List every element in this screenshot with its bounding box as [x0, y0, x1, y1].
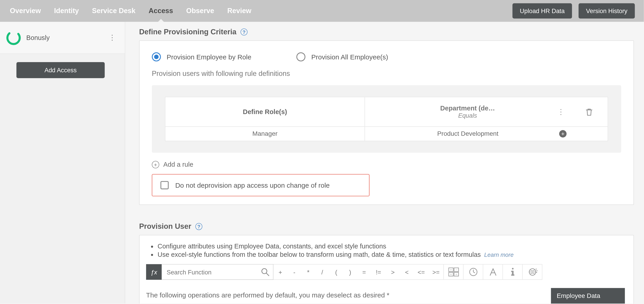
svg-point-18	[536, 270, 537, 271]
deprovision-option-box: Do not deprovision app access upon chang…	[152, 174, 370, 196]
time-category-icon[interactable]	[464, 264, 483, 280]
rule-intro-text: Provision users with following rule defi…	[152, 70, 621, 78]
rule-role-cell[interactable]: Manager	[166, 127, 365, 141]
col-header-roles: Define Role(s)	[166, 97, 365, 126]
op-gte[interactable]: >=	[429, 264, 444, 279]
svg-text:×: ×	[450, 272, 452, 276]
tab-overview[interactable]: Overview	[9, 0, 42, 22]
op-plus[interactable]: +	[274, 264, 288, 279]
deprovision-checkbox[interactable]	[160, 181, 169, 189]
tab-service-desk[interactable]: Service Desk	[91, 0, 136, 22]
op-paren-open[interactable]: (	[329, 264, 343, 279]
add-condition-icon[interactable]: +	[559, 130, 567, 137]
trash-icon	[586, 107, 593, 116]
op-minus[interactable]: -	[288, 264, 302, 279]
svg-text:=: =	[455, 272, 457, 276]
criteria-section-title: Define Provisioning Criteria ?	[139, 28, 248, 36]
sidebar-app-row: Bonusly ⋮	[0, 22, 125, 54]
function-search-input[interactable]	[162, 264, 273, 279]
top-nav: Overview Identity Service Desk Access Ob…	[0, 0, 644, 22]
op-multiply[interactable]: *	[302, 264, 316, 279]
op-lte[interactable]: <=	[414, 264, 429, 279]
info-category-icon[interactable]	[503, 264, 523, 280]
plus-circle-icon: +	[152, 161, 160, 168]
provision-bullet-2-text: Use excel-style functions from the toolb…	[158, 251, 481, 258]
op-gt[interactable]: >	[386, 264, 400, 279]
math-category-icon[interactable]: +−×=	[444, 264, 464, 280]
rule-dept-cell[interactable]: Product Development +	[365, 127, 571, 141]
rule-grid: Define Role(s) Department (de… Equals ⋮	[165, 97, 608, 141]
tab-review[interactable]: Review	[226, 0, 252, 22]
rule-row: Manager Product Development +	[166, 126, 608, 141]
text-category-icon[interactable]	[483, 264, 503, 280]
rule-dept-value: Product Development	[437, 130, 498, 137]
op-not-equals[interactable]: !=	[371, 264, 386, 279]
sidebar: Bonusly ⋮ Add Access	[0, 22, 125, 303]
sidebar-more-icon[interactable]: ⋮	[105, 31, 119, 44]
app-logo-icon	[6, 30, 21, 45]
provision-user-title: Provision User ?	[139, 222, 202, 231]
provision-user-title-text: Provision User	[139, 222, 191, 231]
criteria-help-icon[interactable]: ?	[240, 29, 248, 36]
tab-observe[interactable]: Observe	[185, 0, 215, 22]
svg-rect-14	[511, 271, 512, 272]
add-access-button[interactable]: Add Access	[16, 62, 105, 78]
svg-rect-15	[511, 274, 514, 275]
provision-bullet-1: Configure attributes using Employee Data…	[158, 243, 627, 250]
learn-more-link[interactable]: Learn more	[484, 251, 514, 258]
svg-text:+: +	[450, 268, 452, 271]
op-divide[interactable]: /	[316, 264, 330, 279]
employee-data-panel-header[interactable]: Employee Data	[551, 288, 625, 303]
misc-category-icon[interactable]	[523, 264, 542, 280]
deprovision-label: Do not deprovision app access upon chang…	[176, 181, 330, 189]
radio-by-role-label: Provision Employee by Role	[167, 53, 252, 61]
tab-access[interactable]: Access	[148, 0, 174, 22]
col-dept-more-icon[interactable]: ⋮	[555, 107, 567, 116]
tab-identity[interactable]: Identity	[53, 0, 80, 22]
nav-actions: Upload HR Data Version History	[512, 4, 635, 19]
criteria-panel: Provision Employee by Role Provision All…	[139, 40, 634, 205]
search-icon[interactable]	[261, 267, 270, 276]
svg-text:−: −	[455, 268, 457, 271]
provision-bullet-2: Use excel-style functions from the toolb…	[158, 251, 627, 258]
content-area: Define Provisioning Criteria ? Provision…	[125, 22, 644, 303]
op-equals[interactable]: =	[357, 264, 371, 279]
provision-info-list: Configure attributes using Employee Data…	[146, 243, 627, 258]
function-search-wrap	[162, 264, 273, 280]
version-history-button[interactable]: Version History	[578, 4, 635, 19]
radio-by-role-indicator	[152, 52, 161, 61]
rule-delete-button[interactable]	[571, 97, 608, 126]
svg-point-19	[536, 272, 537, 273]
op-paren-close[interactable]: )	[343, 264, 357, 279]
svg-point-17	[536, 268, 536, 269]
col-header-department[interactable]: Department (de… Equals ⋮	[365, 97, 571, 126]
svg-point-12	[512, 268, 514, 269]
add-rule-label: Add a rule	[164, 161, 194, 168]
criteria-title-text: Define Provisioning Criteria	[139, 28, 236, 36]
rules-container: Define Role(s) Department (de… Equals ⋮	[152, 85, 621, 153]
svg-point-0	[6, 30, 21, 45]
app-name-label: Bonusly	[26, 34, 50, 41]
radio-all-indicator	[296, 52, 306, 61]
operator-buttons: + - * / ( ) = != > < <= >=	[274, 264, 444, 280]
add-rule-button[interactable]: + Add a rule	[152, 161, 621, 168]
radio-all-label: Provision All Employee(s)	[312, 53, 388, 61]
upload-hr-data-button[interactable]: Upload HR Data	[512, 4, 572, 19]
op-lt[interactable]: <	[400, 264, 414, 279]
nav-tabs: Overview Identity Service Desk Access Ob…	[9, 0, 252, 22]
svg-line-2	[266, 273, 269, 275]
fx-icon: ƒx	[146, 264, 162, 280]
radio-provision-all[interactable]: Provision All Employee(s)	[296, 52, 388, 61]
svg-point-1	[262, 268, 267, 274]
col-dept-name: Department (de…	[440, 105, 495, 112]
formula-toolbar: ƒx + - * / ( ) =	[146, 264, 627, 280]
radio-provision-by-role[interactable]: Provision Employee by Role	[152, 52, 252, 61]
provision-user-help-icon[interactable]: ?	[196, 223, 202, 230]
col-dept-operator: Equals	[458, 112, 477, 119]
